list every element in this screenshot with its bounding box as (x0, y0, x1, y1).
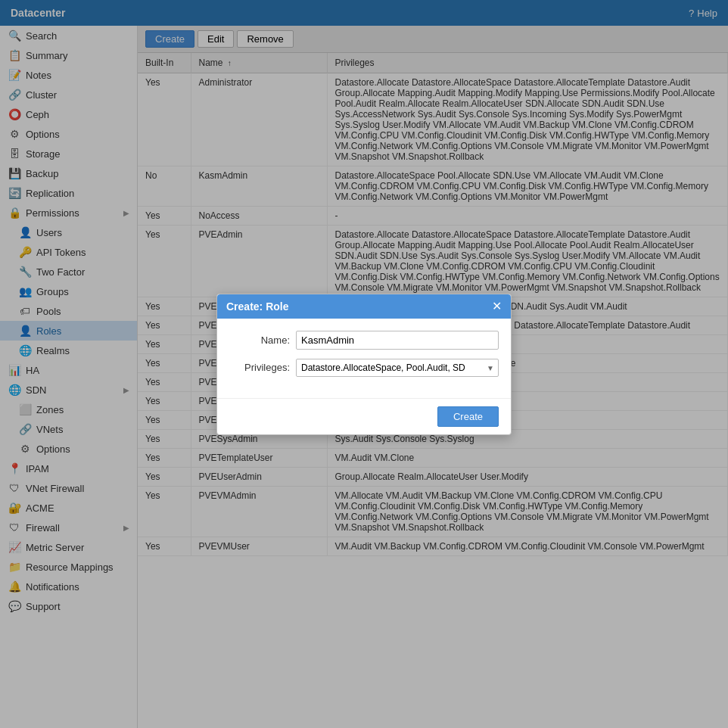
name-input[interactable] (296, 331, 499, 350)
modal-body: Name: Privileges: Datastore.AllocateSpac… (217, 319, 511, 398)
name-label: Name: (229, 334, 290, 346)
modal-footer: Create (217, 398, 511, 434)
create-role-modal: Create: Role ✕ Name: Privileges: Datasto… (216, 294, 512, 435)
modal-overlay: Create: Role ✕ Name: Privileges: Datasto… (0, 0, 728, 728)
privileges-select-wrapper: Datastore.AllocateSpace, Pool.Audit, SD … (296, 359, 499, 377)
modal-close-button[interactable]: ✕ (492, 300, 502, 313)
privileges-row: Privileges: Datastore.AllocateSpace, Poo… (229, 359, 499, 377)
privileges-label: Privileges: (229, 362, 290, 373)
modal-header: Create: Role ✕ (217, 294, 511, 319)
modal-create-button[interactable]: Create (437, 406, 499, 427)
privileges-select[interactable]: Datastore.AllocateSpace, Pool.Audit, SD (296, 359, 499, 377)
modal-title: Create: Role (226, 300, 288, 313)
name-row: Name: (229, 331, 499, 350)
